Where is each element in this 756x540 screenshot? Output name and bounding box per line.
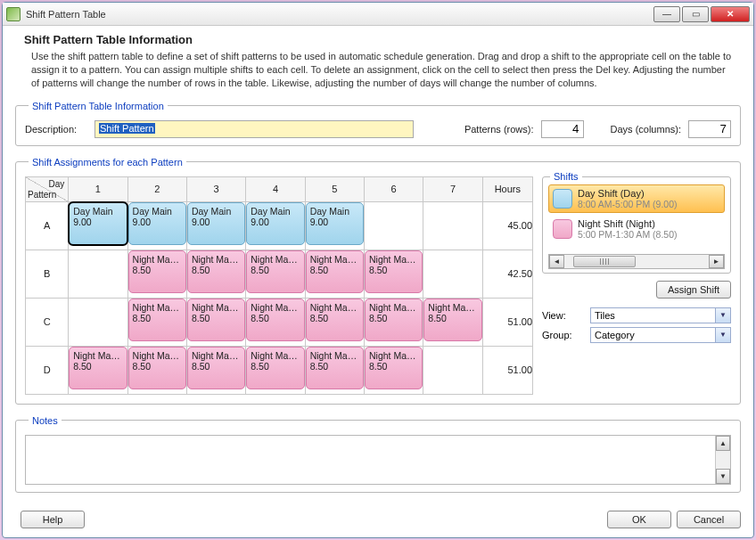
empty-cell[interactable] (364, 201, 423, 250)
notes-textarea[interactable]: ▲ ▼ (25, 435, 731, 485)
assignments-legend: Shift Assignments for each Pattern (29, 157, 186, 168)
shift-cell[interactable]: Night Ma…8.50 (127, 346, 186, 394)
empty-cell[interactable] (69, 250, 127, 298)
minimize-button[interactable]: — (653, 6, 680, 22)
scroll-right-icon[interactable]: ► (709, 255, 724, 268)
info-fieldset: Shift Pattern Table Information Descript… (15, 101, 741, 146)
description-input[interactable]: Shift Pattern (94, 120, 414, 138)
shift-hscrollbar[interactable]: ◄ ► (548, 254, 725, 269)
shift-chip[interactable]: Night Ma…8.50 (128, 250, 186, 293)
pattern-label: D (26, 346, 69, 394)
description-label: Description: (25, 124, 87, 135)
shift-cell[interactable]: Night Ma…8.50 (423, 298, 482, 346)
shift-title: Night Shift (Night) (578, 218, 677, 229)
shift-item[interactable]: Day Shift (Day)8:00 AM-5:00 PM (9.00) (548, 184, 725, 213)
shift-chip[interactable]: Night Ma…8.50 (187, 299, 245, 341)
shift-cell[interactable]: Night Ma…8.50 (127, 298, 186, 346)
notes-vscrollbar[interactable]: ▲ ▼ (715, 436, 730, 484)
empty-cell[interactable] (423, 346, 482, 394)
shift-chip[interactable]: Day Main9.00 (69, 202, 127, 245)
shift-chip[interactable]: Night Ma…8.50 (306, 299, 364, 341)
shift-chip[interactable]: Night Ma…8.50 (246, 299, 304, 341)
scroll-thumb[interactable] (573, 256, 636, 267)
shift-chip[interactable]: Day Main9.00 (306, 202, 364, 245)
empty-cell[interactable] (423, 250, 482, 298)
empty-cell[interactable] (69, 298, 127, 346)
shift-chip[interactable]: Night Ma…8.50 (187, 250, 245, 293)
patterns-label: Patterns (rows): (464, 124, 534, 135)
shift-cell[interactable]: Night Ma…8.50 (305, 298, 364, 346)
shift-cell[interactable]: Night Ma…8.50 (127, 250, 186, 298)
close-button[interactable]: ✕ (711, 6, 750, 22)
shift-item[interactable]: Night Shift (Night)5:00 PM-1:30 AM (8.50… (548, 215, 725, 243)
group-label: Group: (542, 330, 585, 340)
shift-cell[interactable]: Night Ma…8.50 (186, 346, 245, 394)
hours-cell: 45.00 (482, 201, 532, 250)
scroll-up-icon[interactable]: ▲ (716, 436, 730, 451)
shift-cell[interactable]: Day Main9.00 (246, 201, 305, 250)
shift-cell[interactable]: Night Ma…8.50 (186, 250, 245, 298)
chevron-down-icon[interactable]: ▼ (715, 308, 730, 323)
view-value: Tiles (591, 308, 715, 323)
shift-cell[interactable]: Day Main9.00 (69, 201, 127, 250)
maximize-button[interactable]: ▭ (682, 6, 709, 22)
footer: Help OK Cancel (3, 503, 753, 537)
day-header: 3 (186, 176, 245, 201)
shift-chip[interactable]: Night Ma…8.50 (246, 250, 304, 293)
shift-cell[interactable]: Day Main9.00 (305, 201, 364, 250)
shift-chip[interactable]: Night Ma…8.50 (246, 347, 304, 389)
ok-button[interactable]: OK (607, 511, 671, 528)
scroll-down-icon[interactable]: ▼ (716, 469, 730, 484)
titlebar: Shift Pattern Table — ▭ ✕ (3, 3, 753, 26)
shift-cell[interactable]: Night Ma…8.50 (364, 346, 423, 394)
shift-chip[interactable]: Night Ma…8.50 (365, 299, 423, 341)
shift-cell[interactable]: Night Ma…8.50 (69, 346, 127, 394)
patterns-input[interactable] (541, 120, 584, 138)
shift-cell[interactable]: Night Ma…8.50 (246, 298, 305, 346)
scroll-left-icon[interactable]: ◄ (549, 255, 564, 268)
pattern-label: C (26, 298, 69, 346)
day-header: 6 (364, 176, 423, 201)
hours-cell: 51.00 (482, 346, 532, 394)
shift-cell[interactable]: Day Main9.00 (127, 201, 186, 250)
shift-cell[interactable]: Day Main9.00 (186, 201, 245, 250)
assignments-fieldset: Shift Assignments for each Pattern DayPa… (15, 157, 741, 405)
shift-chip[interactable]: Night Ma…8.50 (423, 299, 481, 341)
shift-chip[interactable]: Night Ma…8.50 (306, 347, 364, 389)
shift-cell[interactable]: Night Ma…8.50 (246, 250, 305, 298)
help-button[interactable]: Help (21, 511, 85, 528)
shift-cell[interactable]: Night Ma…8.50 (364, 298, 423, 346)
shift-chip[interactable]: Night Ma…8.50 (365, 250, 423, 293)
shift-cell[interactable]: Night Ma…8.50 (246, 346, 305, 394)
shift-chip[interactable]: Day Main9.00 (128, 202, 186, 245)
view-combo[interactable]: Tiles ▼ (590, 307, 731, 323)
days-input[interactable] (688, 120, 731, 138)
shift-chip[interactable]: Night Ma…8.50 (128, 299, 186, 341)
app-icon (6, 7, 21, 21)
shift-chip[interactable]: Day Main9.00 (246, 202, 304, 245)
shift-chip[interactable]: Night Ma…8.50 (187, 347, 245, 389)
shift-chip[interactable]: Night Ma…8.50 (306, 250, 364, 293)
empty-cell[interactable] (423, 201, 482, 250)
shift-chip[interactable]: Night Ma…8.50 (69, 347, 127, 389)
shift-chip[interactable]: Night Ma…8.50 (128, 347, 186, 389)
chevron-down-icon[interactable]: ▼ (715, 328, 730, 342)
shift-cell[interactable]: Night Ma…8.50 (364, 250, 423, 298)
day-header: 5 (305, 176, 364, 201)
day-header: 1 (69, 176, 127, 201)
notes-legend: Notes (29, 415, 62, 426)
shifts-legend: Shifts (550, 171, 582, 182)
pattern-grid: DayPattern1234567HoursADay Main9.00Day M… (25, 176, 533, 395)
shift-chip[interactable]: Day Main9.00 (187, 202, 245, 245)
hours-cell: 42.50 (482, 250, 532, 298)
cancel-button[interactable]: Cancel (677, 511, 741, 528)
shift-chip[interactable]: Night Ma…8.50 (365, 347, 423, 389)
assign-shift-button[interactable]: Assign Shift (656, 281, 731, 299)
shift-subtitle: 8:00 AM-5:00 PM (9.00) (578, 199, 677, 209)
shift-cell[interactable]: Night Ma…8.50 (305, 250, 364, 298)
shift-cell[interactable]: Night Ma…8.50 (186, 298, 245, 346)
window-title: Shift Pattern Table (26, 9, 652, 20)
group-combo[interactable]: Category ▼ (590, 327, 731, 343)
shift-cell[interactable]: Night Ma…8.50 (305, 346, 364, 394)
shift-title: Day Shift (Day) (578, 188, 677, 199)
